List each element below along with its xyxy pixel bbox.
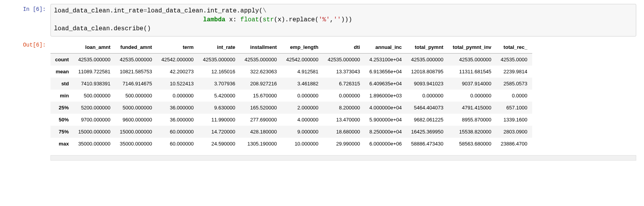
cell: 9.630000 — [198, 102, 240, 114]
cell: 10.000000 — [281, 138, 323, 150]
header-row: loan_amnt funded_amnt term int_rate inst… — [50, 41, 532, 54]
cell: 15000.000000 — [115, 126, 157, 138]
code-input[interactable]: load_data_clean.int_rate=load_data_clean… — [50, 4, 636, 36]
col-header: emp_length — [281, 41, 323, 54]
cell: 2585.0573 — [496, 78, 532, 90]
cell: 12018.808795 — [406, 66, 448, 78]
cell: 2.000000 — [281, 102, 323, 114]
dataframe-table: loan_amnt funded_amnt term int_rate inst… — [50, 41, 532, 150]
table-row: count42535.00000042535.00000042542.00000… — [50, 53, 532, 66]
cell: 500.000000 — [73, 90, 115, 102]
cell: 42542.000000 — [281, 53, 323, 66]
cell: 0.000000 — [157, 90, 198, 102]
cell: 42535.000000 — [73, 53, 115, 66]
code-content: load_data_clean.int_rate=load_data_clean… — [54, 7, 633, 34]
cell: 3.461882 — [281, 78, 323, 90]
cell: 277.690000 — [240, 114, 281, 126]
cell: 58886.473430 — [406, 138, 448, 150]
col-header: installment — [240, 41, 281, 54]
cell: 5464.404073 — [406, 102, 448, 114]
cell: 5.900000e+04 — [365, 114, 406, 126]
cell: 15000.000000 — [73, 126, 115, 138]
row-index: mean — [50, 66, 73, 78]
row-index: 25% — [50, 102, 73, 114]
cell: 3.707936 — [198, 78, 240, 90]
cell: 4.000000e+04 — [365, 102, 406, 114]
cell: 4.000000 — [281, 114, 323, 126]
table-row: 50%9700.0000009600.00000036.00000011.990… — [50, 114, 532, 126]
cell: 10821.585753 — [115, 66, 157, 78]
header-blank — [50, 41, 73, 54]
cell: 1.896000e+03 — [365, 90, 406, 102]
cell: 35000.000000 — [115, 138, 157, 150]
cell: 36.000000 — [157, 114, 198, 126]
cell: 7410.938391 — [73, 78, 115, 90]
col-header: int_rate — [198, 41, 240, 54]
cell: 0.000000 — [281, 90, 323, 102]
cell: 9.000000 — [281, 126, 323, 138]
cell: 16425.369950 — [406, 126, 448, 138]
col-header: annual_inc — [365, 41, 406, 54]
cell: 0.000000 — [323, 90, 365, 102]
row-index: std — [50, 78, 73, 90]
cell: 8.200000 — [323, 102, 365, 114]
cell: 5200.000000 — [73, 102, 115, 114]
cell: 42.200273 — [157, 66, 198, 78]
cell: 9037.914000 — [448, 78, 496, 90]
col-header: total_rec_ — [496, 41, 532, 54]
cell: 500.000000 — [115, 90, 157, 102]
cell: 428.180000 — [240, 126, 281, 138]
cell: 11.990000 — [198, 114, 240, 126]
cell: 5.420000 — [198, 90, 240, 102]
row-index: max — [50, 138, 73, 150]
cell: 208.927216 — [240, 78, 281, 90]
horizontal-scrollbar[interactable] — [50, 155, 636, 161]
cell: 8955.870000 — [448, 114, 496, 126]
cell: 15538.820000 — [448, 126, 496, 138]
input-cell: In [6]: load_data_clean.int_rate=load_da… — [8, 4, 636, 36]
cell: 4791.415000 — [448, 102, 496, 114]
cell: 42535.000000 — [198, 53, 240, 66]
cell: 42542.000000 — [157, 53, 198, 66]
cell: 42535.0000 — [496, 53, 532, 66]
cell: 10.522413 — [157, 78, 198, 90]
cell: 15.670000 — [240, 90, 281, 102]
output-prompt: Out[6]: — [8, 40, 50, 48]
cell: 42535.000000 — [240, 53, 281, 66]
table-row: min500.000000500.0000000.0000005.4200001… — [50, 90, 532, 102]
cell: 42535.000000 — [323, 53, 365, 66]
cell: 42535.000000 — [448, 53, 496, 66]
cell: 6.913656e+04 — [365, 66, 406, 78]
cell: 11311.681545 — [448, 66, 496, 78]
cell: 6.000000e+06 — [365, 138, 406, 150]
cell: 5000.000000 — [115, 102, 157, 114]
output-area: loan_amnt funded_amnt term int_rate inst… — [50, 40, 636, 152]
cell: 12.165016 — [198, 66, 240, 78]
cell: 165.520000 — [240, 102, 281, 114]
cell: 0.000000 — [406, 90, 448, 102]
cell: 60.000000 — [157, 126, 198, 138]
cell: 13.373043 — [323, 66, 365, 78]
cell: 35000.000000 — [73, 138, 115, 150]
table-row: 75%15000.00000015000.00000060.00000014.7… — [50, 126, 532, 138]
cell: 0.000000 — [448, 90, 496, 102]
col-header: term — [157, 41, 198, 54]
row-index: count — [50, 53, 73, 66]
cell: 6.726315 — [323, 78, 365, 90]
cell: 13.470000 — [323, 114, 365, 126]
table-row: mean11089.72258110821.58575342.20027312.… — [50, 66, 532, 78]
row-index: 75% — [50, 126, 73, 138]
cell: 322.623063 — [240, 66, 281, 78]
col-header: funded_amnt — [115, 41, 157, 54]
cell: 11089.722581 — [73, 66, 115, 78]
cell: 58563.680000 — [448, 138, 496, 150]
cell: 4.912581 — [281, 66, 323, 78]
cell: 18.680000 — [323, 126, 365, 138]
col-header: dti — [323, 41, 365, 54]
col-header: total_pymnt — [406, 41, 448, 54]
table-row: max35000.00000035000.00000060.00000024.5… — [50, 138, 532, 150]
cell: 2803.0900 — [496, 126, 532, 138]
cell: 0.0000 — [496, 90, 532, 102]
cell: 24.590000 — [198, 138, 240, 150]
cell: 14.720000 — [198, 126, 240, 138]
